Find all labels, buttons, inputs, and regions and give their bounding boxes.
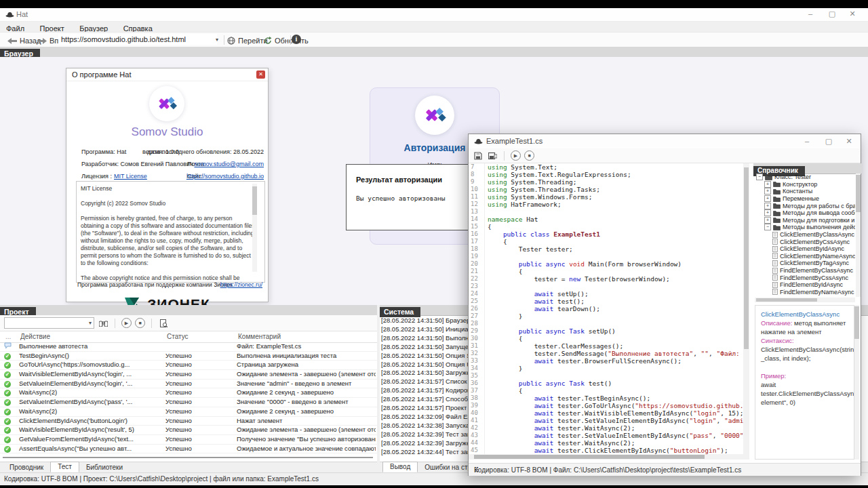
- table-row[interactable]: Выполнение автотестаФайл: ExampleTest.cs: [0, 342, 377, 352]
- col-action[interactable]: Действие: [20, 333, 50, 340]
- table-row[interactable]: ✓ClickElementByIdAsync('buttonLogin')Усп…: [0, 417, 377, 426]
- report-button[interactable]: [158, 318, 169, 329]
- table-row[interactable]: ✓AssertEqualsAsync("Вы успешно авт...Усп…: [0, 445, 377, 454]
- check-icon: ✓: [4, 409, 11, 415]
- url-input[interactable]: https://somovstudio.github.io/test.html: [58, 34, 217, 45]
- info-button[interactable]: i: [292, 35, 301, 44]
- table-row[interactable]: ✓GoToUrlAsync('https://somovstudio.g...У…: [0, 361, 377, 370]
- expander-icon[interactable]: +: [764, 181, 771, 188]
- doc-method-name[interactable]: ClickElementByClassAsync: [761, 310, 840, 318]
- method-doc-panel: ClickElementByClassAsync Описание: метод…: [755, 305, 854, 460]
- site-link[interactable]: https://somovstudio.github.io: [186, 173, 264, 180]
- table-row[interactable]: ✓GetValueFromElementByIdAsync('text...Ус…: [0, 435, 377, 445]
- mail-link[interactable]: somov.studio@gmail.com: [194, 161, 264, 167]
- folder-icon: [773, 217, 781, 223]
- save-as-button[interactable]: [487, 150, 498, 161]
- expander-icon[interactable]: +: [764, 188, 771, 195]
- expander-icon[interactable]: +: [764, 195, 771, 202]
- refresh-button[interactable]: Обновить: [260, 34, 312, 47]
- table-row[interactable]: ✓SetValueInElementByIdAsync('login', '..…: [0, 380, 377, 389]
- cell-comment: Получено значение "Вы успешно авторизова…: [237, 435, 376, 443]
- table-row[interactable]: ✓TestEndAsync()УспешноТест завершен - вс…: [0, 453, 377, 455]
- stop-test-button[interactable]: ■: [135, 318, 145, 328]
- table-row[interactable]: ✓WaitVisibleElementByIdAsync('login', ..…: [0, 370, 377, 380]
- editor-title: ExampleTest1.cs: [486, 137, 542, 145]
- cell-action: ClickElementByIdAsync('buttonLogin'): [19, 417, 160, 424]
- table-row[interactable]: ✓TestBeginAsync()УспешноВыполнена инициа…: [0, 352, 377, 361]
- tree-item[interactable]: −Класс: Tester: [755, 174, 855, 181]
- expander-icon[interactable]: +: [764, 217, 771, 224]
- project-panel: Проект ▾ ▶ ■ ... Действие Статус Коммент: [0, 305, 377, 472]
- maximize-button[interactable]: ▢: [822, 9, 842, 18]
- license-link[interactable]: MIT License: [114, 173, 147, 180]
- support-link[interactable]: https://zionec.ru/: [220, 281, 262, 288]
- col-status[interactable]: Статус: [167, 333, 189, 340]
- close-button[interactable]: ✕: [842, 9, 863, 18]
- save-button[interactable]: [473, 150, 484, 161]
- tree-vertical-scrollbar[interactable]: [856, 174, 861, 297]
- tree-item[interactable]: +Методы для работы с браузером: [755, 202, 855, 209]
- stop-button[interactable]: ■: [524, 150, 534, 161]
- license-scrollbar[interactable]: [252, 184, 257, 272]
- comment-icon: [4, 342, 12, 349]
- tree-item[interactable]: −Методы выполнения действий: [755, 224, 855, 231]
- vertical-scrollbar[interactable]: [743, 163, 749, 454]
- tree-item[interactable]: FindElementByClassAsync: [755, 267, 855, 274]
- expander-icon[interactable]: +: [764, 209, 771, 216]
- tree-item-label: Методы для работы с браузером: [783, 203, 855, 209]
- tree-item[interactable]: ClickElementByCssAsync: [755, 238, 855, 245]
- hat-icon: [5, 12, 14, 18]
- maximize-button[interactable]: ▢: [818, 137, 839, 146]
- code-editor[interactable]: using System.Text;using System.Text.Regu…: [488, 163, 743, 454]
- cell-status: Успешно: [165, 417, 233, 424]
- tree-item[interactable]: ClickElementByTagAsync: [755, 260, 855, 267]
- expander-icon[interactable]: −: [756, 174, 763, 180]
- minimize-button[interactable]: –: [797, 137, 817, 145]
- col-comment[interactable]: Комментарий: [238, 333, 281, 340]
- cell-comment: Значение "admin" - введено в элемент: [237, 380, 376, 387]
- expander-icon[interactable]: +: [764, 203, 771, 209]
- tree-item[interactable]: +Конструктор: [755, 181, 855, 188]
- license-label: Лицензия :: [81, 173, 112, 180]
- run-button[interactable]: ▶: [511, 150, 521, 161]
- doc-vertical-scrollbar[interactable]: [854, 305, 859, 460]
- tree-item[interactable]: ClickElementByIdAsync: [755, 245, 855, 253]
- table-row[interactable]: ✓SetValueInElementByIdAsync('pass', '...…: [0, 398, 377, 407]
- tree-item[interactable]: +Константы: [755, 188, 855, 195]
- chevron-down-icon: ▾: [89, 320, 92, 326]
- expander-icon[interactable]: −: [764, 224, 771, 230]
- splitter[interactable]: [3, 457, 373, 458]
- menu-bar: Файл Проект Браузер Справка: [0, 22, 868, 32]
- tree-item-label: FindElementByCssAsync: [780, 274, 848, 281]
- tree-item[interactable]: +Переменные: [755, 195, 855, 203]
- tree-item[interactable]: ClickElementByClassAsync: [755, 231, 855, 239]
- horizontal-scrollbar[interactable]: [469, 454, 749, 460]
- search-button[interactable]: [98, 318, 108, 329]
- cell-status: Успешно: [165, 380, 233, 387]
- cell-status: Успешно: [165, 352, 233, 359]
- tab-system[interactable]: Система: [380, 307, 420, 317]
- chevron-down-icon[interactable]: ▾: [216, 37, 218, 43]
- tab-Библиотеки[interactable]: Библиотеки: [79, 463, 130, 472]
- tab-Тест[interactable]: Тест: [50, 462, 79, 472]
- table-row[interactable]: ✓WaitAsync(2)УспешноОжидание 2 секунд - …: [0, 407, 377, 417]
- cell-action: Выполнение автотеста: [19, 342, 160, 350]
- tree-item[interactable]: +Методы для вывода сообщений: [755, 209, 855, 217]
- tree-item[interactable]: +Методы для подготовки и завер: [755, 217, 855, 224]
- tree-item[interactable]: FindElementByIdAsync: [755, 281, 855, 289]
- tree-item[interactable]: ClickElementByNameAsync: [755, 253, 855, 260]
- run-test-button[interactable]: ▶: [121, 318, 132, 328]
- table-row[interactable]: ✓WaitAsync(2)УспешноОжидание 2 секунд - …: [0, 388, 377, 398]
- tab-Проводник[interactable]: Проводник: [3, 463, 50, 472]
- close-icon[interactable]: ✕: [256, 70, 265, 79]
- test-select[interactable]: ▾: [4, 317, 94, 329]
- folder-icon: [773, 181, 781, 187]
- table-row[interactable]: ✓WaitVisibleElementByIdAsync('result', 5…: [0, 426, 377, 435]
- tree-item[interactable]: FindElementByCssAsync: [755, 274, 855, 281]
- close-button[interactable]: ✕: [839, 137, 859, 146]
- tree-horizontal-scrollbar[interactable]: [755, 298, 855, 302]
- resize-grip[interactable]: ⠿: [474, 466, 859, 474]
- tree-item[interactable]: FindElementByNameAsync: [755, 289, 855, 296]
- tab-Вывод[interactable]: Вывод: [382, 462, 418, 472]
- minimize-button[interactable]: –: [800, 9, 821, 18]
